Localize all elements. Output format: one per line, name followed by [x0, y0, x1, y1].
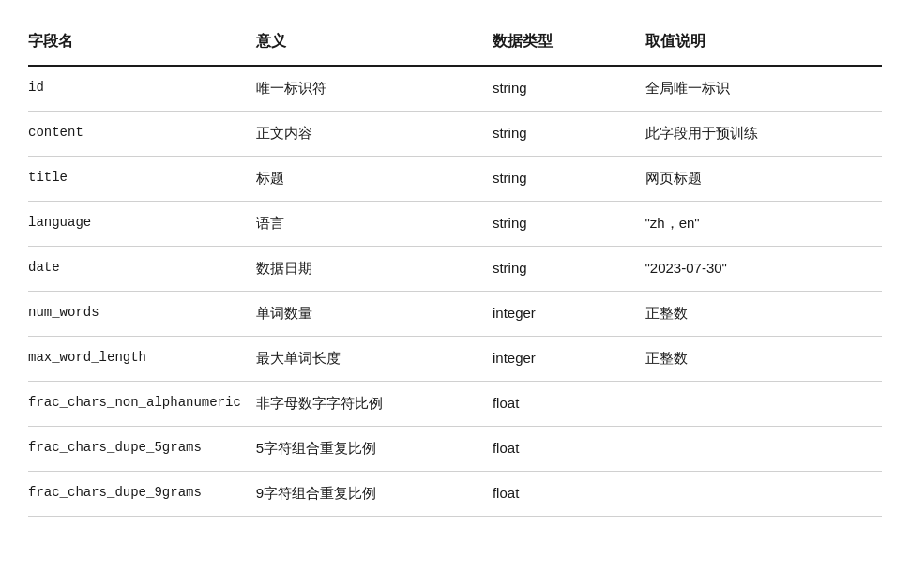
header-field: 字段名 — [28, 19, 256, 66]
header-type: 数据类型 — [493, 19, 645, 66]
cell-meaning: 单词数量 — [256, 292, 493, 337]
cell-description: "zh，en" — [645, 202, 882, 247]
cell-description: "2023-07-30" — [645, 247, 882, 292]
cell-field: frac_chars_dupe_9grams — [28, 472, 256, 517]
cell-meaning: 正文内容 — [256, 112, 493, 157]
cell-type: float — [493, 472, 645, 517]
header-description: 取值说明 — [645, 19, 882, 66]
table-row: title标题string网页标题 — [28, 157, 882, 202]
cell-field: frac_chars_dupe_5grams — [28, 427, 256, 472]
cell-type: float — [493, 427, 645, 472]
cell-type: integer — [493, 292, 645, 337]
cell-field: date — [28, 247, 256, 292]
table-header-row: 字段名 意义 数据类型 取值说明 — [28, 19, 882, 66]
cell-type: string — [493, 157, 645, 202]
table-row: date数据日期string"2023-07-30" — [28, 247, 882, 292]
table-row: num_words单词数量integer正整数 — [28, 292, 882, 337]
table-row: frac_chars_dupe_5grams5字符组合重复比例float — [28, 427, 882, 472]
cell-meaning: 数据日期 — [256, 247, 493, 292]
table-row: frac_chars_non_alphanumeric非字母数字字符比例floa… — [28, 382, 882, 427]
data-table: 字段名 意义 数据类型 取值说明 id唯一标识符string全局唯一标识cont… — [28, 19, 882, 517]
table-row: language语言string"zh，en" — [28, 202, 882, 247]
cell-meaning: 标题 — [256, 157, 493, 202]
cell-type: integer — [493, 337, 645, 382]
cell-field: language — [28, 202, 256, 247]
cell-description — [645, 427, 882, 472]
cell-meaning: 最大单词长度 — [256, 337, 493, 382]
cell-meaning: 非字母数字字符比例 — [256, 382, 493, 427]
cell-field: title — [28, 157, 256, 202]
cell-description: 此字段用于预训练 — [645, 112, 882, 157]
cell-type: string — [493, 202, 645, 247]
cell-description: 全局唯一标识 — [645, 66, 882, 112]
cell-description: 正整数 — [645, 337, 882, 382]
cell-field: frac_chars_non_alphanumeric — [28, 382, 256, 427]
cell-description — [645, 382, 882, 427]
cell-field: id — [28, 66, 256, 112]
cell-field: content — [28, 112, 256, 157]
cell-description: 正整数 — [645, 292, 882, 337]
table-row: max_word_length最大单词长度integer正整数 — [28, 337, 882, 382]
cell-meaning: 语言 — [256, 202, 493, 247]
cell-meaning: 5字符组合重复比例 — [256, 427, 493, 472]
cell-type: string — [493, 66, 645, 112]
header-meaning: 意义 — [256, 19, 493, 66]
cell-meaning: 唯一标识符 — [256, 66, 493, 112]
cell-type: float — [493, 382, 645, 427]
cell-meaning: 9字符组合重复比例 — [256, 472, 493, 517]
cell-description — [645, 472, 882, 517]
cell-type: string — [493, 247, 645, 292]
cell-field: max_word_length — [28, 337, 256, 382]
table-row: frac_chars_dupe_9grams9字符组合重复比例float — [28, 472, 882, 517]
cell-type: string — [493, 112, 645, 157]
table-row: id唯一标识符string全局唯一标识 — [28, 66, 882, 112]
table-row: content正文内容string此字段用于预训练 — [28, 112, 882, 157]
cell-field: num_words — [28, 292, 256, 337]
cell-description: 网页标题 — [645, 157, 882, 202]
